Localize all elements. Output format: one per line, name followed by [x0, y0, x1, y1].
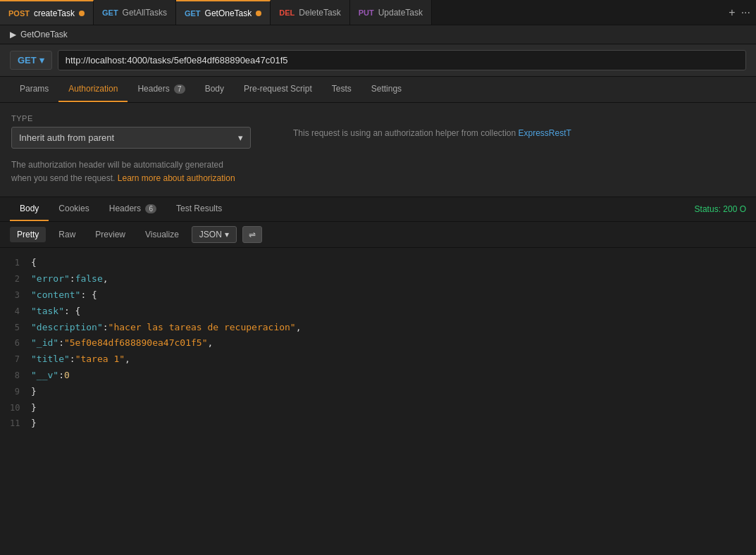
- req-tab-body[interactable]: Body: [195, 77, 234, 102]
- auth-info-line2: when you send the request.: [11, 173, 115, 183]
- method-put-label: PUT: [359, 8, 374, 17]
- json-key: "description": [31, 320, 103, 335]
- req-tab-authorization[interactable]: Authorization: [58, 77, 128, 102]
- tab-getAllTasks-label: GetAllTasks: [123, 8, 167, 18]
- tab-getOneTask[interactable]: GET GetOneTask: [176, 0, 271, 25]
- req-tab-headers[interactable]: Headers 7: [128, 77, 194, 102]
- line-number: 10: [10, 401, 31, 415]
- format-tab-pretty[interactable]: Pretty: [10, 227, 46, 242]
- response-tab-cookies-label: Cookies: [58, 204, 89, 213]
- line-number: 4: [10, 305, 31, 318]
- response-tab-headers-label: Headers: [109, 204, 141, 213]
- response-tab-test-results[interactable]: Test Results: [166, 197, 232, 221]
- json-colon: : {: [80, 288, 97, 303]
- method-del-label: DEL: [279, 8, 295, 17]
- json-colon: :: [103, 320, 109, 335]
- response-tab-headers[interactable]: Headers 6: [99, 197, 166, 221]
- auth-learn-more-link[interactable]: Learn more about authorization: [118, 173, 235, 183]
- tab-getOneTask-label: GetOneTask: [205, 8, 252, 18]
- format-wrap-button[interactable]: ⇌: [242, 226, 262, 243]
- url-input[interactable]: [58, 50, 746, 70]
- json-string: "hacer las tareas de recuperacion": [109, 320, 296, 335]
- json-line: 7 "title": "tarea 1",: [0, 351, 756, 368]
- breadcrumb-arrow: ▶: [10, 30, 16, 39]
- json-line: 3 "content": {: [0, 287, 756, 304]
- response-tab-body[interactable]: Body: [10, 197, 49, 221]
- req-tab-pre-request[interactable]: Pre-request Script: [234, 77, 322, 102]
- tab-deleteTask[interactable]: DEL DeleteTask: [271, 0, 349, 25]
- type-select-value: Inherit auth from parent: [19, 132, 114, 143]
- tab-actions: + ···: [723, 0, 756, 25]
- more-tabs-button[interactable]: ···: [741, 6, 750, 19]
- json-line: 10 }: [0, 400, 756, 416]
- request-tabs: Params Authorization Headers 7 Body Pre-…: [0, 77, 756, 103]
- json-line: 8 "__v": 0: [0, 368, 756, 384]
- tab-deleteTask-label: DeleteTask: [299, 8, 340, 18]
- json-brace: }: [31, 401, 37, 416]
- json-line: 1{: [0, 255, 756, 271]
- json-colon: :: [70, 352, 75, 367]
- json-colon: :: [58, 336, 64, 351]
- line-number: 6: [10, 337, 31, 350]
- json-number: 0: [64, 368, 70, 383]
- tab-getOneTask-dot: [256, 11, 261, 16]
- breadcrumb: ▶ GetOneTask: [0, 25, 756, 44]
- json-key: "title": [31, 352, 70, 367]
- format-tab-visualize[interactable]: Visualize: [138, 227, 186, 242]
- json-bool: false: [75, 272, 103, 287]
- format-type-value: JSON: [199, 230, 222, 239]
- line-number: 2: [10, 273, 31, 286]
- auth-right: This request is using an authorization h…: [293, 114, 745, 185]
- auth-left: TYPE Inherit auth from parent ▾ The auth…: [11, 114, 279, 185]
- method-get-label-2: GET: [185, 9, 201, 18]
- response-tabs: Body Cookies Headers 6 Test Results Stat…: [0, 197, 756, 222]
- auth-collection-link[interactable]: ExpressRestT: [519, 128, 571, 138]
- line-number: 11: [10, 417, 31, 430]
- line-number: 3: [10, 289, 31, 302]
- format-type-select[interactable]: JSON ▾: [192, 226, 237, 243]
- format-tab-raw[interactable]: Raw: [51, 227, 82, 242]
- format-raw-label: Raw: [58, 230, 75, 239]
- format-pretty-label: Pretty: [17, 230, 39, 239]
- format-tab-preview[interactable]: Preview: [88, 227, 132, 242]
- line-number: 9: [10, 385, 31, 399]
- response-tab-test-results-label: Test Results: [176, 204, 222, 213]
- auth-info-line1: The authorization header will be automat…: [11, 160, 223, 170]
- json-colon: ,: [103, 272, 109, 287]
- req-tab-tests[interactable]: Tests: [322, 77, 361, 102]
- json-line: 5 "description": "hacer las tareas de re…: [0, 320, 756, 336]
- json-key: "__v": [31, 368, 58, 383]
- tab-updateTask[interactable]: PUT UpdateTask: [350, 0, 432, 25]
- headers-badge: 7: [174, 85, 185, 94]
- format-preview-label: Preview: [95, 230, 125, 239]
- line-number: 7: [10, 353, 31, 366]
- json-colon: :: [58, 368, 64, 383]
- auth-right-text: This request is using an authorization h…: [293, 128, 516, 138]
- breadcrumb-label: GetOneTask: [20, 30, 68, 39]
- method-selector[interactable]: GET ▾: [10, 51, 52, 70]
- line-number: 5: [10, 321, 31, 335]
- response-tab-cookies[interactable]: Cookies: [49, 197, 99, 221]
- tab-createTask-dot: [79, 11, 85, 16]
- req-tab-settings[interactable]: Settings: [361, 77, 411, 102]
- req-tab-settings-label: Settings: [371, 84, 402, 94]
- tab-getAllTasks[interactable]: GET GetAllTasks: [94, 0, 176, 25]
- json-key: "_id": [31, 336, 58, 351]
- json-key: "content": [31, 288, 80, 303]
- type-select[interactable]: Inherit auth from parent ▾: [11, 127, 251, 149]
- req-tab-params-label: Params: [20, 84, 49, 94]
- auth-section: TYPE Inherit auth from parent ▾ The auth…: [0, 103, 756, 197]
- tab-createTask[interactable]: POST createTask: [0, 0, 94, 25]
- req-tab-params[interactable]: Params: [10, 77, 58, 102]
- req-tab-body-label: Body: [205, 84, 224, 94]
- req-tab-headers-label: Headers: [137, 84, 169, 94]
- new-tab-button[interactable]: +: [729, 6, 735, 19]
- method-get-label-1: GET: [102, 8, 118, 17]
- json-string: "5ef0e84df688890ea47c01f5": [64, 336, 208, 351]
- json-line: 2 "error": false,: [0, 271, 756, 287]
- json-colon: ,: [296, 320, 302, 335]
- line-number: 8: [10, 369, 31, 382]
- req-tab-tests-label: Tests: [332, 84, 352, 94]
- json-key: "task": [31, 304, 64, 319]
- json-line: 9 }: [0, 384, 756, 400]
